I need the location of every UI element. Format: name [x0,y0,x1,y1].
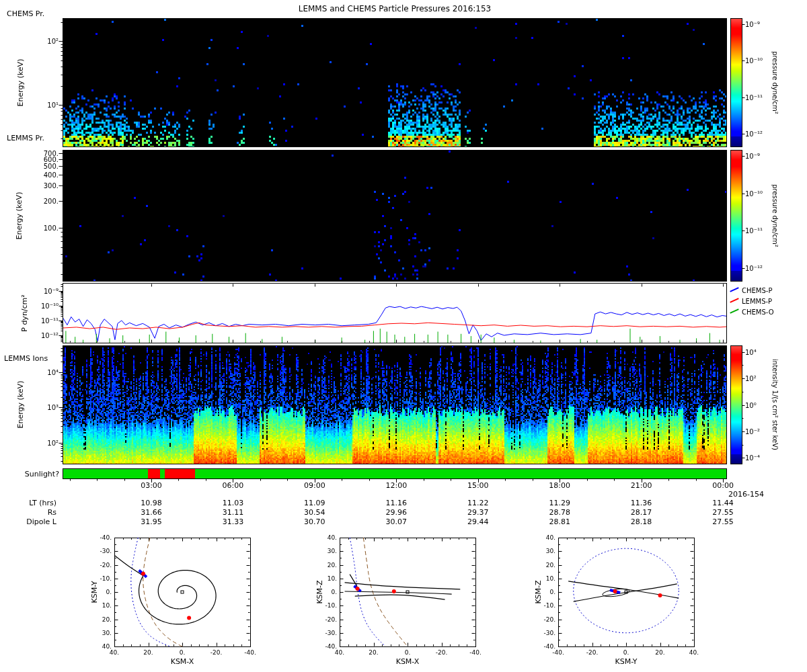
y-tick-label: 400. [44,171,59,178]
time-tick-label: 06:00 [223,481,244,490]
orbit-y-tick-label: -40. [100,534,112,541]
ephemeris-value: 30.07 [386,517,408,526]
legend-label-chems-o: CHEMS-O [742,308,774,316]
orbit-y-tick-label: -30. [543,630,555,636]
y-tick-label: 10⁻¹¹ [41,317,59,325]
date-label: 2016-154 [728,490,764,499]
colorbar-tick-label: 10⁴ [745,348,757,355]
ephemeris-value: 27.55 [712,517,734,526]
panel-label-chems: CHEMS Pr. [7,9,44,18]
row-label-dipole: Dipole L [26,517,56,526]
time-tick-label: 12:00 [385,481,407,490]
ephemeris-value: 28.78 [549,508,570,517]
ephemeris-value: 31.11 [223,508,244,517]
ephemeris-value: 10.98 [141,499,162,507]
colorbar-tick-label: 10⁻² [745,427,760,435]
row-label-rs: Rs [48,508,56,517]
ephemeris-value: 29.44 [467,517,489,526]
time-tick-label: 21:00 [631,481,652,490]
orbit-y-tick-label: 0. [549,589,555,595]
orbit-y-tick-label: 40. [328,534,337,541]
orbit-y-tick-label: 30. [546,548,555,554]
ephemeris-value: 28.18 [631,517,652,526]
y-tick-label: 600. [44,155,59,163]
y-tick-label: 10³ [47,404,59,411]
orbit-y-tick-label: 10. [546,575,555,582]
orbit-y-tick-label: -10. [325,602,337,609]
orbit-y-tick-label: -30. [100,548,112,554]
y-tick-label: 10² [47,439,59,446]
y-tick-label: 300. [44,182,59,190]
orbit-y-tick-label: 30. [102,630,112,636]
orbit-y-tick-label: -20. [543,616,555,623]
orbit-y-tick-label: 0. [331,589,337,595]
colorbar-tick-label: 10⁻⁹ [745,153,760,160]
colorbar-tick-label: 10⁻¹¹ [745,227,763,235]
y-tick-label: 100. [44,224,59,231]
ephemeris-value: 11.09 [304,499,325,507]
orbit-y-tick-label: 40. [546,534,555,541]
ephemeris-value: 30.54 [304,508,325,517]
colorbar-tick-label: 10⁻¹² [745,130,763,138]
y-tick-label: 500. [44,163,59,170]
ephemeris-value: 28.17 [631,508,652,517]
y-tick-label: 10¹ [47,101,59,109]
time-tick-label: 15:00 [467,481,489,490]
orbit-y-tick-label: -20. [100,562,112,569]
y-tick-label: 10⁻¹² [41,332,59,339]
orbit-x-tick-label: 0. [405,649,411,656]
x-axis-title-orbit-xz: KSM-X [396,657,420,666]
sunlight-label: Sunlight? [25,470,59,478]
legend-label-chems-p: CHEMS-P [742,287,772,294]
colorbar-title-pressure-1: pressure dyne/cm² [771,51,779,114]
orbit-x-tick-label: 20. [655,649,664,656]
orbit-y-tick-label: -30. [325,630,337,636]
orbit-y-tick-label: 0. [106,589,112,595]
ephemeris-value: 31.66 [141,508,162,517]
orbit-x-tick-label: 40. [335,649,344,656]
orbit-x-tick-label: -20. [586,649,599,656]
y-tick-label: 200. [44,198,59,205]
colorbar-tick-label: 10⁻⁹ [745,21,760,28]
orbit-y-tick-label: -10. [100,575,112,582]
colorbar-tick-label: 10⁰ [745,401,757,409]
colorbar-tick-label: 10⁻⁴ [745,454,760,462]
orbit-x-tick-label: 20. [369,649,378,656]
row-label-lt: LT (hrs) [29,499,56,507]
ephemeris-value: 28.81 [549,517,570,526]
ephemeris-value: 29.37 [467,508,489,517]
ephemeris-value: 11.16 [386,499,408,507]
orbit-y-tick-label: -10. [543,602,555,609]
orbit-y-tick-label: 10. [102,602,112,609]
time-tick-label: 18:00 [549,481,570,490]
ephemeris-value: 29.96 [386,508,408,517]
y-tick-label: 10⁴ [47,369,59,376]
y-tick-label: 10⁻¹⁰ [41,302,59,310]
orbit-x-tick-label: -20. [210,649,223,656]
orbit-x-tick-label: 40. [110,649,119,656]
panel-label-ions: LEMMS Ions [4,354,48,363]
ephemeris-value: 30.70 [304,517,325,526]
y-axis-title-ions: Energy (keV) [16,381,25,429]
ephemeris-value: 31.33 [223,517,244,526]
orbit-y-tick-label: 20. [546,562,555,569]
ephemeris-value: 31.95 [141,517,162,526]
x-axis-title-orbit-xy: KSM-X [171,657,194,666]
orbit-y-tick-label: -20. [325,616,337,623]
colorbar-tick-label: 10⁻¹² [745,264,763,271]
colorbar-tick-label: 10⁻¹⁰ [745,57,763,65]
y-tick-label: 10² [47,38,59,45]
orbit-y-tick-label: 20. [328,562,337,569]
page-title: LEMMS and CHEMS Particle Pressures 2016:… [299,4,492,13]
time-tick-label: 03:00 [141,481,162,490]
ephemeris-value: 11.36 [631,499,652,507]
y-axis-title-orbit-xy: KSM-Y [90,581,99,603]
ephemeris-value: 27.55 [712,508,734,517]
colorbar-title-intensity: intensity 1/(s cm² ster keV) [771,359,779,450]
x-axis-title-orbit-yz: KSM-Y [615,657,637,666]
colorbar-tick-label: 10⁻¹⁰ [745,190,763,197]
y-axis-title-pressure: P dyn/cm² [20,294,29,331]
y-axis-title-orbit-yz: KSM-Z [534,580,543,603]
orbit-y-tick-label: 20. [102,616,112,623]
orbit-x-tick-label: 40. [689,649,699,656]
